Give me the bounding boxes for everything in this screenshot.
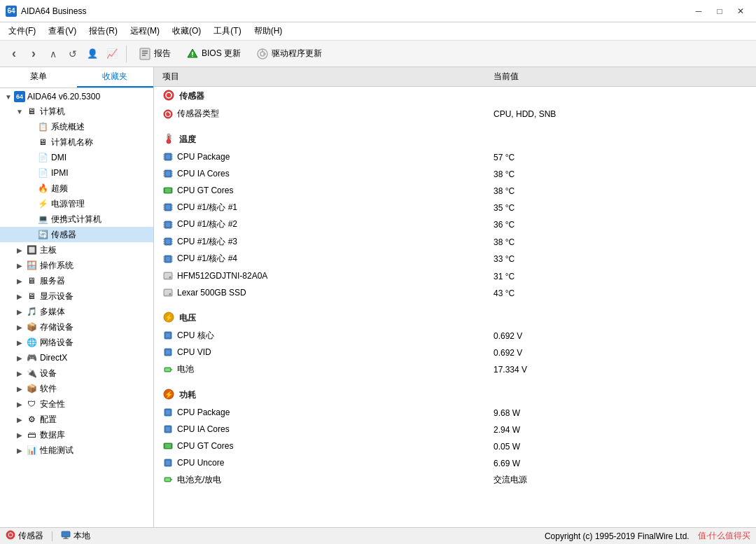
tree-item-directx[interactable]: ▶ 🎮 DirectX bbox=[0, 350, 153, 365]
sensor-icon-tree: 🔄 bbox=[36, 228, 49, 241]
menu-bar: 文件(F) 查看(V) 报告(R) 远程(M) 收藏(O) 工具(T) 帮助(H… bbox=[0, 22, 756, 41]
nav-chart-button[interactable]: 📈 bbox=[104, 44, 120, 64]
tree-item-database[interactable]: ▶ 🗃 数据库 bbox=[0, 427, 153, 442]
tree-item-ipmi[interactable]: ▶ 📄 IPMI bbox=[0, 165, 153, 181]
menu-favorites[interactable]: 收藏(O) bbox=[167, 24, 206, 39]
tree-label-network: 网络设备 bbox=[40, 337, 74, 349]
tree-label-powermgmt: 电源管理 bbox=[51, 198, 85, 210]
nav-back-button[interactable]: ‹ bbox=[6, 44, 22, 64]
tree-item-display[interactable]: ▶ 🖥 显示设备 bbox=[0, 288, 153, 304]
database-icon: 🗃 bbox=[25, 428, 38, 441]
tree-label-ipmi: IPMI bbox=[51, 168, 69, 178]
tree-item-security[interactable]: ▶ 🛡 安全性 bbox=[0, 396, 153, 412]
status-local-icon bbox=[61, 530, 71, 542]
tree-item-powermgmt[interactable]: ▶ ⚡ 电源管理 bbox=[0, 196, 153, 211]
svg-point-6 bbox=[192, 55, 193, 57]
toolbar-report-button[interactable]: 报告 bbox=[132, 45, 177, 63]
svg-text:⚡: ⚡ bbox=[164, 390, 174, 399]
tree-label-security: 安全性 bbox=[40, 398, 65, 410]
menu-report[interactable]: 报告(R) bbox=[83, 24, 123, 39]
tree-item-overclock[interactable]: ▶ 🔥 超频 bbox=[0, 181, 153, 196]
power-section-label: 功耗 bbox=[179, 389, 196, 401]
battery-volt-value: 17.334 V bbox=[485, 361, 756, 379]
cpu-ia-cores-temp-value: 38 °C bbox=[485, 166, 756, 183]
tab-menu[interactable]: 菜单 bbox=[0, 67, 77, 88]
svg-rect-99 bbox=[166, 461, 170, 465]
tree-item-hostname[interactable]: ▶ 🖥 计算机名称 bbox=[0, 134, 153, 150]
svg-rect-42 bbox=[166, 205, 170, 209]
tab-favorites[interactable]: 收藏夹 bbox=[77, 67, 154, 88]
nav-user-button[interactable]: 👤 bbox=[84, 44, 101, 64]
tree-label-display: 显示设备 bbox=[40, 291, 74, 302]
tree-item-aida64[interactable]: ▼ 64 AIDA64 v6.20.5300 bbox=[0, 90, 153, 104]
svg-rect-87 bbox=[165, 368, 170, 371]
tree-item-software[interactable]: ▶ 📦 软件 bbox=[0, 381, 153, 396]
svg-rect-82 bbox=[166, 333, 170, 337]
tree-item-network[interactable]: ▶ 🌐 网络设备 bbox=[0, 335, 153, 350]
minimize-button[interactable]: ─ bbox=[689, 4, 708, 18]
svg-rect-22 bbox=[166, 155, 170, 159]
nav-refresh-button[interactable]: ↺ bbox=[64, 44, 81, 64]
spacer bbox=[154, 302, 756, 309]
spacer bbox=[154, 379, 756, 386]
cpu-package-temp-icon bbox=[162, 151, 174, 162]
devices-icon: 🔌 bbox=[25, 367, 38, 379]
toolbar-bios-button[interactable]: BIOS 更新 bbox=[180, 45, 247, 63]
menu-remote[interactable]: 远程(M) bbox=[125, 24, 165, 39]
col-item-header: 项目 bbox=[154, 67, 485, 87]
table-row: 传感器类型 CPU, HDD, SNB bbox=[154, 106, 756, 123]
sidebar-tabs: 菜单 收藏夹 bbox=[0, 67, 153, 88]
computer-icon: 🖥 bbox=[25, 105, 38, 118]
cpu-vid-volt-value: 0.692 V bbox=[485, 344, 756, 361]
tree-item-overview[interactable]: ▶ 📋 系统概述 bbox=[0, 119, 153, 134]
tree-label-multimedia: 多媒体 bbox=[40, 306, 65, 318]
bios-icon bbox=[186, 48, 199, 60]
menu-file[interactable]: 文件(F) bbox=[3, 24, 41, 39]
tree-item-dmi[interactable]: ▶ 📄 DMI bbox=[0, 150, 153, 165]
tree-item-benchmark[interactable]: ▶ 📊 性能测试 bbox=[0, 442, 153, 458]
title-bar-left: 64 AIDA64 Business bbox=[6, 6, 86, 17]
svg-point-11 bbox=[164, 90, 174, 100]
hfm-temp-icon bbox=[162, 270, 174, 281]
nav-forward-button[interactable]: › bbox=[25, 44, 42, 64]
tree-item-devices[interactable]: ▶ 🔌 设备 bbox=[0, 365, 153, 381]
sensor-section-label: 传感器 bbox=[179, 90, 204, 102]
table-row: CPU 核心 0.692 V bbox=[154, 328, 756, 345]
lexar-temp-icon bbox=[162, 287, 174, 298]
tree-item-storage[interactable]: ▶ 📦 存储设备 bbox=[0, 319, 153, 335]
hostname-icon: 🖥 bbox=[36, 136, 49, 148]
tree-item-portable[interactable]: ▶ 💻 便携式计算机 bbox=[0, 211, 153, 227]
svg-rect-106 bbox=[64, 537, 67, 538]
display-icon: 🖥 bbox=[25, 290, 38, 302]
tree-item-os[interactable]: ▶ 🪟 操作系统 bbox=[0, 258, 153, 273]
voltage-section-label: 电压 bbox=[179, 312, 196, 324]
menu-help[interactable]: 帮助(H) bbox=[248, 24, 288, 39]
toolbar-driver-button[interactable]: 驱动程序更新 bbox=[250, 45, 328, 63]
tree-item-multimedia[interactable]: ▶ 🎵 多媒体 bbox=[0, 304, 153, 319]
driver-icon bbox=[256, 48, 269, 60]
tree-label-directx: DirectX bbox=[40, 353, 67, 363]
powermgmt-icon: ⚡ bbox=[36, 197, 49, 210]
core1-temp-value: 35 °C bbox=[485, 200, 756, 217]
section-voltage: ⚡ 电压 bbox=[154, 309, 756, 328]
maximize-button[interactable]: □ bbox=[710, 4, 729, 18]
tree-item-computer[interactable]: ▼ 🖥 计算机 bbox=[0, 104, 153, 119]
tree-item-config[interactable]: ▶ ⚙ 配置 bbox=[0, 412, 153, 427]
tree-label-hostname: 计算机名称 bbox=[51, 137, 93, 148]
table-row: HFM512GDJTNI-82A0A 31 °C bbox=[154, 268, 756, 285]
storage-icon: 📦 bbox=[25, 321, 38, 333]
report-label: 报告 bbox=[154, 48, 171, 60]
core1-temp-icon bbox=[162, 202, 174, 213]
tree-item-server[interactable]: ▶ 🖥 服务器 bbox=[0, 273, 153, 288]
menu-view[interactable]: 查看(V) bbox=[43, 24, 82, 39]
cpu-gt-cores-power-value: 0.05 W bbox=[485, 438, 756, 455]
status-local-label: 本地 bbox=[74, 530, 90, 542]
tree-label-config: 配置 bbox=[40, 414, 57, 426]
close-button[interactable]: ✕ bbox=[731, 4, 750, 18]
table-row: CPU IA Cores 38 °C bbox=[154, 166, 756, 183]
menu-tools[interactable]: 工具(T) bbox=[208, 24, 246, 39]
tree-item-motherboard[interactable]: ▶ 🔲 主板 bbox=[0, 242, 153, 258]
tree-item-sensor[interactable]: ▶ 🔄 传感器 bbox=[0, 227, 153, 242]
status-copyright: Copyright (c) 1995-2019 FinalWire Ltd. 值… bbox=[545, 530, 750, 542]
nav-up-button[interactable]: ∧ bbox=[45, 44, 62, 64]
